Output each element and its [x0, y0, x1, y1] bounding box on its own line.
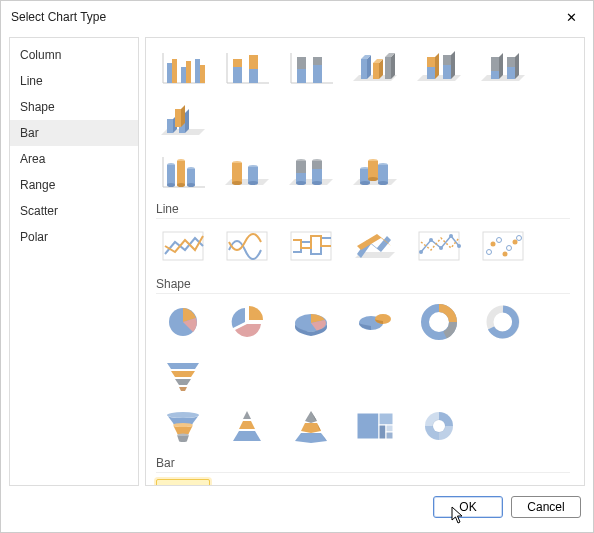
chart-thumb-doughnut[interactable] — [412, 300, 466, 344]
chart-thumb-bar-stacked[interactable] — [220, 479, 274, 485]
svg-rect-35 — [443, 65, 451, 79]
sidebar-item-scatter[interactable]: Scatter — [10, 198, 138, 224]
svg-marker-22 — [367, 55, 371, 79]
chart-gallery: Line — [145, 37, 585, 486]
close-button[interactable]: ✕ — [557, 7, 585, 27]
chart-thumb-doughnut-single[interactable] — [476, 300, 530, 344]
svg-marker-62 — [225, 179, 269, 185]
chart-thumb-column-var-c[interactable] — [284, 46, 338, 90]
chart-thumb-column-var-b[interactable] — [220, 46, 274, 90]
svg-point-55 — [167, 183, 175, 187]
chart-thumb-bar-3d[interactable] — [348, 479, 402, 485]
chart-thumb-line-marker[interactable] — [412, 225, 466, 269]
chart-thumb-funnel[interactable] — [156, 354, 210, 398]
chart-thumb-funnel-3d[interactable] — [156, 404, 210, 448]
svg-marker-28 — [391, 53, 395, 79]
chart-thumb-exploded-pie-3d[interactable] — [348, 300, 402, 344]
svg-rect-2 — [167, 63, 172, 83]
svg-rect-134 — [386, 432, 393, 439]
svg-marker-123 — [233, 431, 261, 441]
chart-thumb-bar-basic[interactable] — [156, 479, 210, 485]
chart-thumb-bar-100pct[interactable] — [284, 479, 338, 485]
svg-point-95 — [419, 250, 423, 254]
section-label-bar: Bar — [156, 456, 570, 473]
svg-point-103 — [507, 246, 512, 251]
sidebar-item-line[interactable]: Line — [10, 68, 138, 94]
chart-thumb-spline[interactable] — [220, 225, 274, 269]
svg-rect-27 — [385, 57, 391, 79]
chart-thumb-sunburst[interactable] — [412, 404, 466, 448]
chart-thumb-bar-3d-100pct[interactable] — [476, 479, 530, 485]
ok-button[interactable]: OK — [433, 496, 503, 518]
sidebar-item-column[interactable]: Column — [10, 42, 138, 68]
svg-rect-49 — [175, 109, 181, 127]
svg-point-101 — [487, 250, 492, 255]
sidebar-item-polar[interactable]: Polar — [10, 224, 138, 250]
svg-marker-121 — [243, 411, 251, 419]
chart-thumb-column-3d-b[interactable] — [412, 46, 466, 90]
svg-rect-130 — [357, 413, 379, 439]
sidebar-item-bar[interactable]: Bar — [10, 120, 138, 146]
svg-rect-132 — [379, 425, 386, 439]
svg-rect-60 — [187, 169, 195, 185]
svg-marker-33 — [435, 53, 439, 79]
chart-thumb-column-3d-a[interactable] — [348, 46, 402, 90]
chart-thumb-line[interactable] — [156, 225, 210, 269]
svg-rect-64 — [232, 163, 242, 183]
svg-rect-5 — [186, 61, 191, 83]
svg-point-65 — [232, 181, 242, 185]
svg-rect-54 — [167, 165, 175, 185]
ok-button-label: OK — [459, 500, 476, 514]
chart-thumb-pie-3d[interactable] — [284, 300, 338, 344]
chart-thumb-cylinder-a[interactable] — [156, 150, 210, 194]
chart-thumb-bar-3d-stacked[interactable] — [412, 479, 466, 485]
svg-point-102 — [497, 238, 502, 243]
svg-rect-11 — [233, 67, 242, 83]
chart-thumb-column-3d-c[interactable] — [476, 46, 530, 90]
svg-rect-133 — [386, 425, 393, 432]
cancel-button-label: Cancel — [527, 500, 564, 514]
svg-point-118 — [167, 412, 199, 418]
svg-rect-45 — [167, 119, 173, 133]
close-icon: ✕ — [566, 10, 577, 25]
svg-marker-30 — [417, 75, 461, 81]
sidebar-item-area[interactable]: Area — [10, 146, 138, 172]
chart-thumb-exploded-pie[interactable] — [220, 300, 274, 344]
chart-thumb-cylinder-d[interactable] — [348, 150, 402, 194]
svg-point-97 — [439, 246, 443, 250]
svg-rect-89 — [227, 232, 267, 260]
svg-rect-57 — [177, 161, 185, 185]
chart-thumb-line-3d[interactable] — [348, 225, 402, 269]
svg-rect-24 — [373, 63, 379, 79]
sidebar-item-shape[interactable]: Shape — [10, 94, 138, 120]
svg-marker-40 — [499, 53, 503, 79]
svg-point-119 — [173, 423, 193, 427]
svg-rect-39 — [491, 71, 499, 79]
svg-rect-86 — [378, 165, 388, 183]
chart-thumb-cylinder-c[interactable] — [284, 150, 338, 194]
svg-rect-21 — [361, 59, 367, 79]
svg-rect-3 — [172, 59, 177, 83]
chart-thumb-column-var-a[interactable] — [156, 46, 210, 90]
section-label-shape: Shape — [156, 277, 570, 294]
sidebar-item-range[interactable]: Range — [10, 172, 138, 198]
chart-thumb-column-3d-d[interactable] — [156, 100, 210, 144]
svg-point-81 — [360, 181, 370, 185]
chart-gallery-scroll[interactable]: Line — [146, 38, 576, 485]
svg-rect-13 — [249, 69, 258, 83]
svg-marker-128 — [295, 433, 327, 443]
svg-rect-83 — [368, 161, 378, 179]
chart-thumb-pyramid-3d[interactable] — [284, 404, 338, 448]
chart-thumb-step[interactable] — [284, 225, 338, 269]
cancel-button[interactable]: Cancel — [511, 496, 581, 518]
chart-thumb-pyramid[interactable] — [220, 404, 274, 448]
svg-point-106 — [503, 252, 508, 257]
chart-thumb-scatter-line[interactable] — [476, 225, 530, 269]
dialog-title: Select Chart Type — [11, 10, 106, 24]
chart-thumb-treemap[interactable] — [348, 404, 402, 448]
svg-point-61 — [187, 183, 195, 187]
svg-marker-117 — [179, 387, 187, 391]
chart-thumb-pie[interactable] — [156, 300, 210, 344]
svg-point-98 — [449, 234, 453, 238]
chart-thumb-cylinder-b[interactable] — [220, 150, 274, 194]
